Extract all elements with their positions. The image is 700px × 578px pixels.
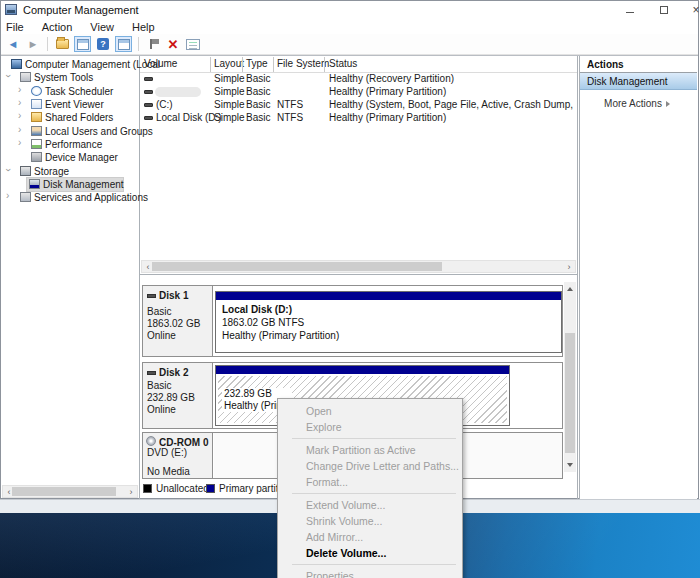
volume-list-horizontal-scrollbar[interactable]: ‹ › [141,260,576,273]
disk-pane-vertical-scrollbar[interactable] [564,282,576,472]
context-menu-add-mirror[interactable]: Add Mirror... [278,529,462,545]
menu-separator [292,438,456,439]
column-header-type[interactable]: Type [246,58,268,69]
tree-item-system-tools[interactable]: › System Tools [6,71,136,84]
volume-row-recovery[interactable]: Simple Basic Healthy (Recovery Partition… [141,73,575,86]
services-icon [20,192,31,202]
forward-icon[interactable]: ► [25,36,41,52]
disk2-label[interactable]: Disk 2 Basic 232.89 GB Online [143,363,213,428]
tree-item-performance[interactable]: › Performance [18,138,138,151]
screen: Computer Management × File Action View H… [0,0,700,578]
context-menu-delete-volume[interactable]: Delete Volume... [278,545,462,561]
actions-panel-divider[interactable] [577,56,578,499]
context-menu-format[interactable]: Format... [278,474,462,490]
context-menu-explore[interactable]: Explore [278,419,462,435]
disk1-label[interactable]: Disk 1 Basic 1863.02 GB Online [143,286,213,356]
console-tree-toggle-icon[interactable] [74,36,91,52]
menu-separator [292,564,456,565]
column-header-status[interactable]: Status [329,58,357,69]
pointer-flag-icon[interactable] [145,36,161,52]
title-bar[interactable]: Computer Management × [1,1,698,19]
tree-item-device-manager[interactable]: Device Manager [31,151,138,164]
primary-partition-bar [216,366,509,374]
pane-splitter[interactable] [140,274,577,275]
task-scheduler-icon [31,86,42,96]
action-pane-toggle-icon[interactable] [115,36,132,52]
volume-row-redacted[interactable]: Simple Basic Healthy (Primary Partition) [141,86,575,99]
legend-unallocated-label: Unallocated [156,483,209,494]
window-title: Computer Management [23,4,139,16]
context-menu-change-drive-letter[interactable]: Change Drive Letter and Paths... [278,458,462,474]
context-menu-open[interactable]: Open [278,403,462,419]
toolbar-separator [47,37,48,51]
column-separator[interactable] [324,57,325,72]
more-actions-button[interactable]: More Actions [580,96,697,111]
disk1-partition-d[interactable]: Local Disk (D:) 1863.02 GB NTFS Healthy … [215,291,562,353]
column-header-file-system[interactable]: File System [277,58,329,69]
actions-disk-management-item[interactable]: Disk Management [580,73,697,90]
close-button[interactable]: × [687,2,700,17]
delete-icon[interactable]: ✕ [165,36,181,52]
menu-view[interactable]: View [81,21,123,33]
device-manager-icon [31,152,42,162]
column-separator[interactable] [273,57,274,72]
users-icon [31,126,42,136]
scrollbar-thumb[interactable] [152,262,442,271]
tree-item-task-scheduler[interactable]: › Task Scheduler [18,85,138,98]
tree-item-computer-management[interactable]: Computer Management (Local [11,58,139,71]
tree-item-storage[interactable]: › Storage [6,165,136,178]
scroll-up-icon[interactable] [564,282,576,294]
tree-item-shared-folders[interactable]: › Shared Folders [18,111,138,124]
menu-action[interactable]: Action [33,21,82,33]
scroll-right-icon[interactable]: › [563,261,575,272]
toolbar: ◄ ► ? ✕ [1,34,698,55]
tree-item-local-users-and-groups[interactable]: › Local Users and Groups [18,125,138,138]
scrollbar-thumb[interactable] [12,487,116,496]
minimize-button[interactable] [621,2,639,17]
scroll-right-icon[interactable]: › [125,486,137,497]
chevron-right-icon[interactable]: › [18,98,21,108]
column-separator[interactable] [210,57,211,72]
disk-icon [147,371,156,375]
cd-rom-icon [146,436,156,446]
chevron-down-icon[interactable]: › [3,168,13,171]
menu-bar: File Action View Help [1,19,698,34]
chevron-right-icon[interactable]: › [18,138,21,148]
event-viewer-icon [31,99,42,109]
actions-header: Actions [580,56,697,73]
properties-list-icon[interactable] [185,36,201,52]
help-icon[interactable]: ? [95,36,111,52]
up-folder-icon[interactable] [54,36,70,52]
tree-panel-divider[interactable] [139,56,140,499]
context-menu-shrink-volume[interactable]: Shrink Volume... [278,513,462,529]
cdrom-label[interactable]: CD-ROM 0 DVD (E:) No Media [143,433,213,478]
scrollbar-thumb[interactable] [565,333,575,453]
performance-icon [31,139,42,149]
chevron-right-icon[interactable]: › [6,191,9,201]
column-separator[interactable] [242,57,243,72]
tree-horizontal-scrollbar[interactable]: ‹ › [2,485,138,498]
menu-help[interactable]: Help [123,21,164,33]
context-menu-mark-partition-active[interactable]: Mark Partition as Active [278,442,462,458]
column-header-volume[interactable]: Volume [144,58,177,69]
volume-row-c[interactable]: (C:) Simple Basic NTFS Healthy (System, … [141,99,575,112]
disk1-row: Disk 1 Basic 1863.02 GB Online Local Dis… [142,285,563,357]
tree-item-disk-management[interactable]: Disk Management [27,178,123,191]
volume-icon [144,103,153,107]
column-header-layout[interactable]: Layout [214,58,244,69]
tree-item-services-and-applications[interactable]: › Services and Applications [6,191,138,204]
chevron-right-icon[interactable]: › [18,111,21,121]
scroll-down-icon[interactable] [564,459,576,471]
back-icon[interactable]: ◄ [5,36,21,52]
volume-icon [144,90,153,94]
tree-item-event-viewer[interactable]: › Event Viewer [18,98,138,111]
chevron-right-icon[interactable]: › [18,125,21,135]
system-tools-icon [20,72,31,82]
chevron-right-icon[interactable]: › [18,85,21,95]
maximize-button[interactable] [655,2,673,17]
context-menu-properties[interactable]: Properties [278,568,462,578]
context-menu-extend-volume[interactable]: Extend Volume... [278,497,462,513]
menu-file[interactable]: File [1,21,33,33]
chevron-down-icon[interactable]: › [3,74,13,77]
volume-row-d[interactable]: Local Disk (D:) Simple Basic NTFS Health… [141,112,575,125]
